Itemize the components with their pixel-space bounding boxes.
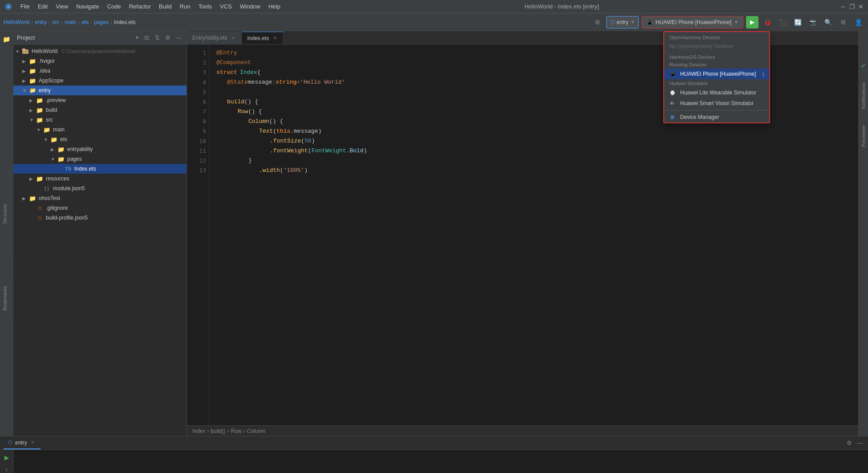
minimize-button[interactable]: ─ <box>840 3 847 10</box>
collapse-all-button[interactable]: ⊟ <box>142 33 151 42</box>
dropdown-divider <box>664 110 769 110</box>
tree-pages[interactable]: ▼ 📁 pages <box>13 154 187 164</box>
stop-button[interactable]: ⬛ <box>776 16 789 29</box>
smart-vision-item[interactable]: 👁 Huawei Smart Vision Simulator <box>664 98 769 109</box>
tree-build-profile[interactable]: ▶ ⬡ build-profile.json5 <box>13 213 187 223</box>
eb-column[interactable]: Column <box>247 428 265 434</box>
settings-button[interactable]: ⚙ <box>837 16 849 29</box>
build-arrow: ▶ <box>29 108 35 113</box>
close-button[interactable]: ✕ <box>857 3 864 10</box>
breadcrumb-src[interactable]: src <box>52 19 59 25</box>
menu-window[interactable]: Window <box>236 2 264 11</box>
menu-run[interactable]: Run <box>176 2 194 11</box>
lite-wearable-item[interactable]: ⌚ Huawei Lite Wearable Simulator <box>664 87 769 98</box>
tree-main[interactable]: ▼ 📁 main <box>13 125 187 135</box>
run-close-button[interactable]: — <box>856 439 864 448</box>
tree-ets[interactable]: ▼ 📁 ets <box>13 135 187 144</box>
panel-dropdown[interactable]: ▼ <box>135 35 139 40</box>
tab-index[interactable]: Index.ets ✕ <box>242 32 284 44</box>
menu-edit[interactable]: Edit <box>34 2 51 11</box>
run-tab-entry[interactable]: ⬡ entry ✕ <box>4 437 41 449</box>
preview-name: .preview <box>46 97 66 103</box>
notifications-label[interactable]: Notifications <box>859 79 868 113</box>
breadcrumb-file[interactable]: Index.ets <box>114 19 136 25</box>
huawei-phone-item[interactable]: 📱 HUAWEI Phone [HuaweiPhone] | <box>664 69 769 79</box>
account-button[interactable]: 👤 <box>852 16 864 29</box>
run-play-icon[interactable]: ▶ <box>2 453 12 462</box>
top-toolbar: HelloWorld › entry › src › main › ets › … <box>0 13 868 31</box>
tree-module-json[interactable]: ▶ { } module.json5 <box>13 183 187 193</box>
breadcrumb-ets[interactable]: ets <box>81 19 89 25</box>
tab-entryability[interactable]: EntryAbility.ets ✕ <box>187 32 242 44</box>
eb-sep1: › <box>207 428 209 434</box>
tree-ohostest[interactable]: ▶ 📁 ohosTest <box>13 193 187 203</box>
maximize-button[interactable]: ❐ <box>848 3 856 10</box>
dot-fontsize: . <box>270 136 273 146</box>
structure-sidebar[interactable]: Structure <box>0 169 10 258</box>
sync-button[interactable]: 🔄 <box>791 16 804 29</box>
menu-build[interactable]: Build <box>155 2 175 11</box>
tree-index-ets[interactable]: ▶ TS Index.ets <box>13 164 187 174</box>
breadcrumb-helloworld[interactable]: HelloWorld <box>4 19 29 25</box>
huawei-phone-label: HUAWEI Phone [HuaweiPhone] <box>680 71 756 77</box>
tree-src[interactable]: ▼ 📁 src <box>13 115 187 125</box>
folder-icon8: 📁 <box>50 136 57 143</box>
gear-icon[interactable]: ⚙ <box>591 16 604 29</box>
structure-icon[interactable] <box>1 424 12 434</box>
eb-build[interactable]: build() <box>211 428 225 434</box>
right-sidebar: ✓ Notifications Previewer <box>858 31 868 436</box>
device-selector[interactable]: 📱 HUAWEI Phone [HuaweiPhone] ▼ <box>641 16 743 29</box>
run-tab-close[interactable]: ✕ <box>30 440 36 446</box>
menu-view[interactable]: View <box>52 2 72 11</box>
settings-panel-button[interactable]: ⚙ <box>163 33 172 42</box>
tree-idea[interactable]: ▶ 📁 .idea <box>13 66 187 76</box>
menu-code[interactable]: Code <box>104 2 125 11</box>
tree-hvigor[interactable]: ▶ 📁 .hvigor <box>13 56 187 66</box>
entry-selector[interactable]: ⬡ entry ▼ <box>606 16 639 29</box>
project-sidebar-icon[interactable]: 📁 <box>1 34 12 45</box>
menu-vcs[interactable]: VCS <box>216 2 235 11</box>
folder-icon7: 📁 <box>43 126 50 133</box>
breadcrumb-main[interactable]: main <box>65 19 76 25</box>
eb-row[interactable]: Row <box>231 428 242 434</box>
camera-button[interactable]: 📷 <box>807 16 819 29</box>
debug-button[interactable]: 🐞 <box>761 16 774 29</box>
run-settings-button[interactable]: ⚙ <box>845 439 854 448</box>
bookmarks-label: Bookmarks <box>2 286 8 310</box>
menu-help[interactable]: Help <box>265 2 284 11</box>
previewer-label[interactable]: Previewer <box>859 122 868 151</box>
bookmarks-sidebar[interactable]: Bookmarks <box>0 276 10 321</box>
close-panel-button[interactable]: — <box>174 33 183 42</box>
menu-file[interactable]: File <box>17 2 33 11</box>
menu-refactor[interactable]: Refactor <box>126 2 154 11</box>
tree-preview[interactable]: ▶ 📁 .preview <box>13 95 187 105</box>
num-50: 50 <box>304 136 312 146</box>
sort-button[interactable]: ⇅ <box>153 33 162 42</box>
build-profile-name: build-profile.json5 <box>46 215 88 221</box>
search-button[interactable]: 🔍 <box>822 16 834 29</box>
vision-icon: 👁 <box>669 101 677 106</box>
tab-index-close[interactable]: ✕ <box>272 35 278 41</box>
row-parens: () { <box>248 107 262 117</box>
cursor-indicator: | <box>763 71 764 77</box>
tree-resources[interactable]: ▶ 📁 resources <box>13 174 187 183</box>
breadcrumb-pages[interactable]: pages <box>94 19 109 25</box>
breadcrumb: HelloWorld › entry › src › main › ets › … <box>4 19 295 25</box>
folder-icon6: 📁 <box>36 116 43 123</box>
run-button[interactable]: ▶ <box>746 16 758 29</box>
device-manager-item[interactable]: 🖥 Device Manager <box>664 112 769 122</box>
tree-root[interactable]: ▼ HelloWorld C:\Users\amy\projects\Hello… <box>13 46 187 56</box>
eb-index[interactable]: Index <box>192 428 205 434</box>
menu-tools[interactable]: Tools <box>195 2 215 11</box>
menu-navigate[interactable]: Navigate <box>73 2 102 11</box>
tree-entryability[interactable]: ▶ 📁 entryability <box>13 144 187 154</box>
openharmony-section-label: OpenHarmony Devices <box>664 32 769 41</box>
run-up-icon[interactable]: ↑ <box>2 465 12 473</box>
breadcrumb-sep3: › <box>61 19 63 25</box>
tree-entry[interactable]: ▼ 📁 entry <box>13 86 187 95</box>
tree-build[interactable]: ▶ 📁 build <box>13 105 187 115</box>
tree-appscope[interactable]: ▶ 📁 AppScope <box>13 76 187 86</box>
tab-entryability-close[interactable]: ✕ <box>230 35 236 41</box>
tree-gitignore[interactable]: ▶ ⬡ .gitignore <box>13 203 187 213</box>
breadcrumb-entry[interactable]: entry <box>35 19 47 25</box>
